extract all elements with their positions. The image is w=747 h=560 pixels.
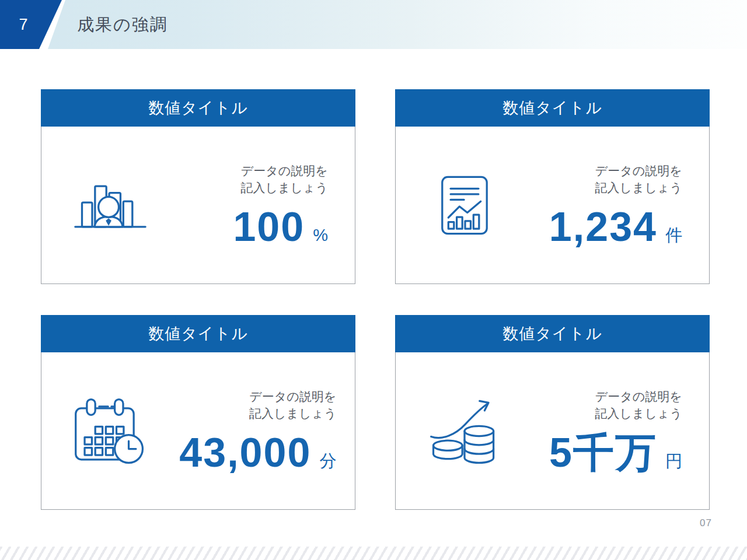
- coins-growth-icon: [428, 396, 501, 466]
- stat-value: 5千万: [549, 432, 657, 473]
- icon-area: [41, 397, 179, 466]
- report-chart-icon: [439, 174, 490, 236]
- icon-area: [396, 396, 533, 466]
- figure: 43,000 分: [179, 432, 336, 473]
- card-title: 数値タイトル: [148, 97, 248, 118]
- icon-area: [41, 176, 179, 235]
- card-content: データの説明を 記入しましょう 43,000 分: [179, 388, 363, 474]
- stat-unit: %: [313, 226, 328, 245]
- description-line: 記入しましょう: [595, 181, 682, 194]
- calendar-clock-icon: [72, 397, 148, 466]
- description-line: データの説明を: [241, 164, 328, 177]
- figure: 5千万 円: [549, 432, 682, 473]
- stat-value: 1,234: [549, 206, 657, 247]
- slide-title: 成果の強調: [77, 0, 168, 49]
- figure: 100 %: [233, 206, 328, 247]
- person-bar-chart-icon: [73, 176, 148, 235]
- card-title-bar: 数値タイトル: [41, 315, 355, 352]
- card-body: データの説明を 記入しましょう 43,000 分: [41, 352, 355, 510]
- card-content: データの説明を 記入しましょう 100 %: [179, 163, 355, 248]
- stat-value: 43,000: [179, 432, 311, 473]
- page-tab-number: 7: [19, 16, 27, 34]
- card-description: データの説明を 記入しましょう: [249, 388, 336, 422]
- card-description: データの説明を 記入しましょう: [595, 163, 682, 197]
- figure: 1,234 件: [549, 206, 682, 247]
- description-line: 記入しましょう: [241, 181, 328, 194]
- stat-value: 100: [233, 206, 305, 247]
- footer-stripe-band: [0, 547, 747, 560]
- card-content: データの説明を 記入しましょう 5千万 円: [533, 388, 709, 474]
- page-number: 07: [700, 517, 712, 529]
- stat-card-amount: 数値タイトル データの説明を 記入しましょう: [395, 315, 710, 510]
- stat-card-percentage: 数値タイトル データの説明を 記入しましょう: [41, 89, 355, 284]
- stat-card-count: 数値タイトル データの説明を 記入しましょう: [395, 89, 710, 284]
- card-title-bar: 数値タイトル: [395, 89, 710, 127]
- description-line: データの説明を: [595, 390, 682, 403]
- stat-unit: 件: [665, 224, 682, 247]
- description-line: 記入しましょう: [249, 407, 336, 420]
- card-body: データの説明を 記入しましょう 5千万 円: [395, 352, 710, 510]
- slide: 7 成果の強調 数値タイトル データの説明: [0, 0, 747, 560]
- card-title: 数値タイトル: [502, 323, 602, 344]
- stat-unit: 分: [319, 450, 336, 473]
- card-description: データの説明を 記入しましょう: [595, 388, 682, 422]
- card-content: データの説明を 記入しましょう 1,234 件: [533, 163, 709, 248]
- card-body: データの説明を 記入しましょう 100 %: [41, 127, 355, 284]
- card-title: 数値タイトル: [148, 323, 248, 344]
- card-description: データの説明を 記入しましょう: [241, 163, 328, 197]
- card-title-bar: 数値タイトル: [41, 89, 355, 127]
- stat-unit: 円: [665, 450, 682, 473]
- description-line: データの説明を: [249, 390, 336, 403]
- description-line: 記入しましょう: [595, 407, 682, 420]
- card-title-bar: 数値タイトル: [395, 315, 710, 352]
- icon-area: [396, 174, 533, 236]
- card-body: データの説明を 記入しましょう 1,234 件: [395, 127, 710, 284]
- card-title: 数値タイトル: [502, 97, 602, 118]
- description-line: データの説明を: [595, 164, 682, 177]
- stat-card-minutes: 数値タイトル: [41, 315, 355, 510]
